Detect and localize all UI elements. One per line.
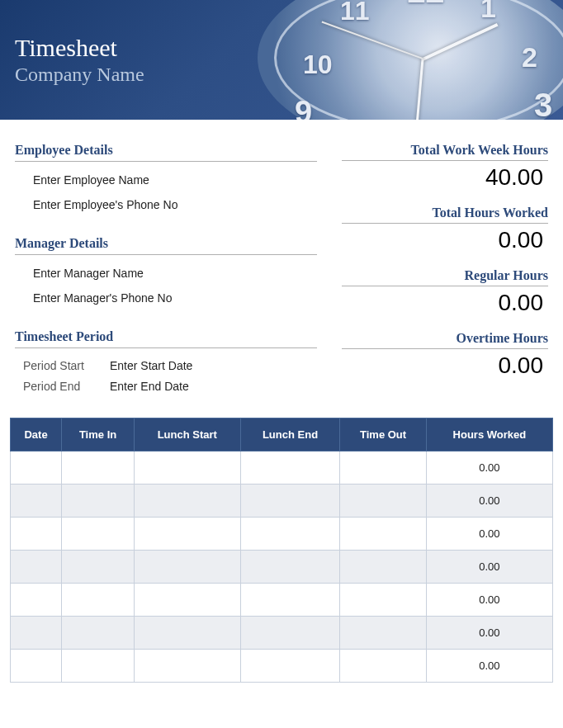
period-end-field[interactable]: Enter End Date [110,380,189,393]
cell-time_out[interactable] [340,451,426,485]
cell-time_out[interactable] [340,617,426,650]
cell-lunch_start[interactable] [135,451,241,485]
period-end-label: Period End [23,380,110,393]
cell-lunch_end[interactable] [240,451,340,485]
cell-time_in[interactable] [62,451,135,485]
cell-time_out[interactable] [340,551,426,584]
col-lunch-end: Lunch End [240,418,340,451]
total-week-label: Total Work Week Hours [342,143,548,161]
cell-lunch_start[interactable] [135,485,241,518]
table-row: 0.00 [11,551,553,584]
cell-time_out[interactable] [340,650,426,683]
clock-illustration: 12 1 2 3 11 10 9 [258,0,563,120]
overtime-hours-value: 0.00 [342,349,548,394]
cell-time_in[interactable] [62,650,135,683]
cell-lunch_end[interactable] [240,551,340,584]
period-start-field[interactable]: Enter Start Date [110,359,192,372]
table-row: 0.00 [11,451,553,485]
cell-date[interactable] [11,584,62,617]
cell-hours: 0.00 [426,650,552,683]
col-hours-worked: Hours Worked [426,418,552,451]
cell-hours: 0.00 [426,584,552,617]
col-time-in: Time In [62,418,135,451]
cell-time_out[interactable] [340,584,426,617]
cell-date[interactable] [11,518,62,551]
cell-hours: 0.00 [426,451,552,485]
cell-time_in[interactable] [62,551,135,584]
table-row: 0.00 [11,518,553,551]
cell-time_in[interactable] [62,617,135,650]
cell-hours: 0.00 [426,617,552,650]
document-header: 12 1 2 3 11 10 9 Timesheet Company Name [0,0,563,120]
cell-time_out[interactable] [340,485,426,518]
cell-date[interactable] [11,650,62,683]
table-row: 0.00 [11,617,553,650]
period-section-heading: Timesheet Period [15,329,317,348]
table-row: 0.00 [11,650,553,683]
cell-lunch_start[interactable] [135,518,241,551]
cell-date[interactable] [11,451,62,485]
cell-lunch_start[interactable] [135,617,241,650]
cell-lunch_end[interactable] [240,485,340,518]
manager-name-field[interactable]: Enter Manager Name [15,263,317,288]
cell-lunch_end[interactable] [240,617,340,650]
timesheet-table: Date Time In Lunch Start Lunch End Time … [10,418,553,683]
cell-hours: 0.00 [426,485,552,518]
cell-lunch_start[interactable] [135,650,241,683]
cell-lunch_start[interactable] [135,584,241,617]
cell-lunch_end[interactable] [240,650,340,683]
total-week-value: 40.00 [342,161,548,206]
col-time-out: Time Out [340,418,426,451]
company-name: Company Name [15,64,144,86]
manager-section-heading: Manager Details [15,236,317,255]
overtime-hours-label: Overtime Hours [342,331,548,349]
cell-hours: 0.00 [426,551,552,584]
cell-time_out[interactable] [340,518,426,551]
cell-time_in[interactable] [62,518,135,551]
total-worked-value: 0.00 [342,224,548,268]
document-title: Timesheet [15,34,144,62]
col-date: Date [11,418,62,451]
regular-hours-label: Regular Hours [342,268,548,286]
cell-hours: 0.00 [426,518,552,551]
cell-date[interactable] [11,485,62,518]
cell-date[interactable] [11,551,62,584]
cell-lunch_end[interactable] [240,584,340,617]
col-lunch-start: Lunch Start [135,418,241,451]
manager-phone-field[interactable]: Enter Manager's Phone No [15,288,317,313]
period-start-label: Period Start [23,359,110,372]
table-row: 0.00 [11,485,553,518]
table-row: 0.00 [11,584,553,617]
employee-section-heading: Employee Details [15,143,317,162]
cell-lunch_start[interactable] [135,551,241,584]
cell-lunch_end[interactable] [240,518,340,551]
cell-date[interactable] [11,617,62,650]
total-worked-label: Total Hours Worked [342,206,548,224]
employee-phone-field[interactable]: Enter Employee's Phone No [15,195,317,220]
regular-hours-value: 0.00 [342,286,548,331]
cell-time_in[interactable] [62,485,135,518]
cell-time_in[interactable] [62,584,135,617]
employee-name-field[interactable]: Enter Employee Name [15,170,317,195]
